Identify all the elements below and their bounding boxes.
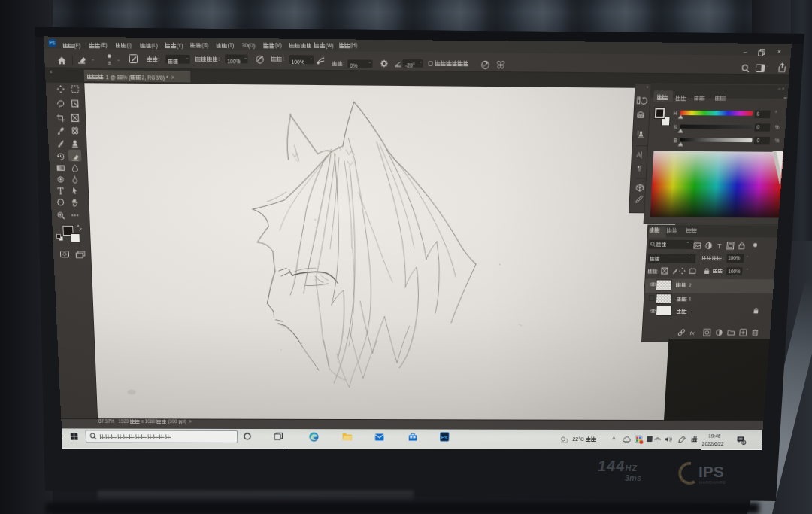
svg-text:IPS: IPS bbox=[698, 463, 724, 480]
svg-text:HARDWARE: HARDWARE bbox=[699, 480, 726, 485]
